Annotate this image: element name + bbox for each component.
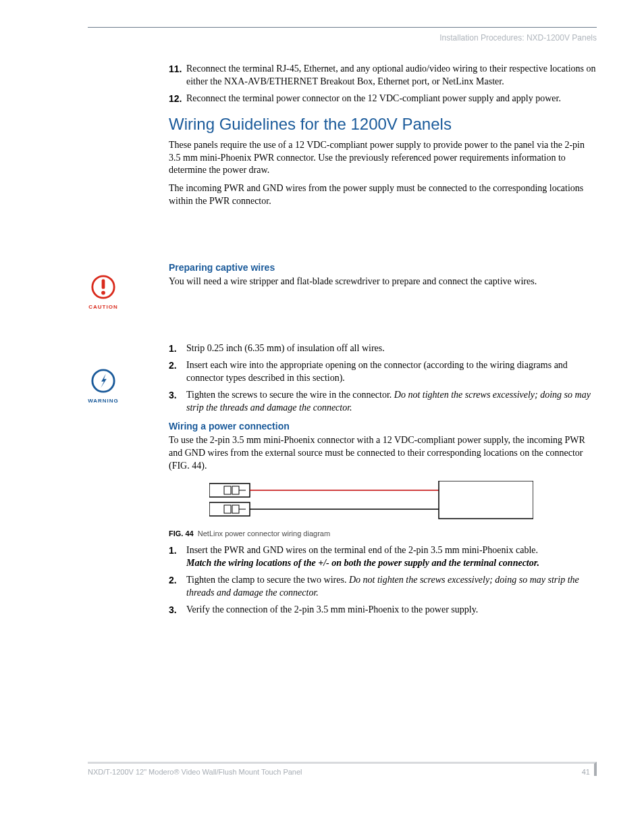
step-text: Tighten the screws to secure the wire in… — [186, 389, 597, 415]
page: Installation Procedures: NXD-1200V Panel… — [0, 0, 644, 793]
step-num: 2. — [169, 359, 186, 385]
svg-rect-5 — [224, 486, 231, 494]
list-item: 12.Reconnect the terminal power connecto… — [169, 93, 597, 105]
step-text: Insert each wire into the appropriate op… — [186, 359, 597, 385]
list-item: 1.Strip 0.25 inch (6.35 mm) of insulatio… — [169, 342, 597, 355]
svg-rect-9 — [224, 505, 231, 513]
figure-caption: FIG. 44 NetLinx power connector wiring d… — [169, 529, 597, 538]
top-divider — [88, 27, 597, 28]
intro-paragraph: These panels require the use of a 12 VDC… — [169, 139, 597, 178]
power-steps: 1.Insert the PWR and GND wires on the te… — [169, 544, 597, 616]
page-footer: NXD/T-1200V 12" Modero® Video Wall/Flush… — [88, 762, 597, 776]
subheading-wiring-power: Wiring a power connection — [169, 421, 597, 432]
list-item: 2.Tighten the clamp to secure the two wi… — [169, 574, 597, 600]
step-text: Reconnect the terminal RJ-45, Ethernet, … — [186, 63, 597, 88]
svg-rect-10 — [232, 505, 239, 513]
step-text-plain: Tighten the clamp to secure the two wire… — [186, 575, 349, 585]
power-intro: To use the 2-pin 3.5 mm mini-Phoenix con… — [169, 434, 597, 473]
intro-paragraph: The incoming PWR and GND wires from the … — [169, 182, 597, 208]
step-num: 1. — [169, 544, 186, 570]
step-num: 12. — [169, 93, 186, 105]
list-item: 11.Reconnect the terminal RJ-45, Etherne… — [169, 63, 597, 88]
warning-label: WARNING — [88, 398, 119, 404]
page-number: 41 — [582, 768, 590, 776]
footer-title: NXD/T-1200V 12" Modero® Video Wall/Flush… — [88, 768, 302, 776]
figure-number: FIG. 44 — [169, 529, 194, 538]
prep-intro: You will need a wire stripper and flat-b… — [169, 276, 597, 288]
subheading-preparing-wires: Preparing captive wires — [169, 262, 597, 273]
wiring-diagram — [209, 481, 597, 524]
prep-steps: 1.Strip 0.25 inch (6.35 mm) of insulatio… — [169, 342, 597, 414]
caution-icon: CAUTION — [88, 274, 119, 310]
figure-caption-text: NetLinx power connector wiring diagram — [198, 529, 330, 538]
svg-rect-6 — [232, 486, 239, 494]
step-text-plain: Tighten the screws to secure the wire in… — [186, 390, 394, 400]
step-num: 2. — [169, 574, 186, 600]
prep-steps-section: 1.Strip 0.25 inch (6.35 mm) of insulatio… — [169, 342, 597, 617]
section-heading-wiring-guidelines: Wiring Guidelines for the 1200V Panels — [169, 115, 597, 134]
step-text: Strip 0.25 inch (6.35 mm) of insulation … — [186, 342, 597, 355]
step-text: Reconnect the terminal power connector o… — [186, 93, 597, 105]
svg-rect-14 — [439, 481, 533, 519]
continued-steps: 11.Reconnect the terminal RJ-45, Etherne… — [169, 63, 597, 105]
step-num: 3. — [169, 604, 186, 617]
svg-point-2 — [101, 291, 105, 295]
caution-label: CAUTION — [88, 304, 119, 310]
body-content: 11.Reconnect the terminal RJ-45, Etherne… — [169, 63, 597, 208]
warning-icon: WARNING — [88, 368, 119, 404]
list-item: 3.Tighten the screws to secure the wire … — [169, 389, 597, 415]
step-text: Insert the PWR and GND wires on the term… — [186, 544, 597, 570]
list-item: 1.Insert the PWR and GND wires on the te… — [169, 544, 597, 570]
step-text: Verify the connection of the 2-pin 3.5 m… — [186, 604, 597, 617]
step-text-strong-emphasis: Match the wiring locations of the +/- on… — [186, 558, 539, 568]
step-text-plain: Insert the PWR and GND wires on the term… — [186, 545, 538, 555]
running-header: Installation Procedures: NXD-1200V Panel… — [88, 33, 597, 43]
step-num: 3. — [169, 389, 186, 415]
svg-rect-1 — [102, 280, 105, 289]
list-item: 2.Insert each wire into the appropriate … — [169, 359, 597, 385]
step-text: Tighten the clamp to secure the two wire… — [186, 574, 597, 600]
preparing-section: Preparing captive wires You will need a … — [169, 262, 597, 288]
step-num: 1. — [169, 342, 186, 355]
list-item: 3.Verify the connection of the 2-pin 3.5… — [169, 604, 597, 617]
step-num: 11. — [169, 63, 186, 88]
